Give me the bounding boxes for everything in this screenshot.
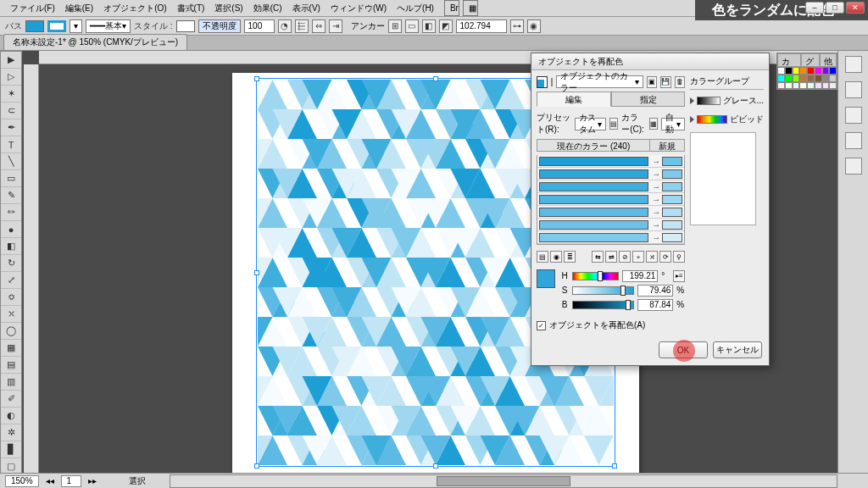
sat-slider[interactable] bbox=[572, 286, 634, 295]
swatch-cell[interactable] bbox=[793, 67, 800, 75]
bars-view-icon[interactable]: ≣ bbox=[564, 251, 576, 263]
swatch-cell[interactable] bbox=[829, 67, 837, 75]
swatch-cell[interactable] bbox=[815, 82, 822, 90]
arrow-icon[interactable]: → bbox=[650, 169, 662, 179]
direct-selection-tool-icon[interactable]: ▷ bbox=[1, 69, 21, 86]
swatch-cell[interactable] bbox=[777, 82, 785, 90]
tab-edit[interactable]: 編集 bbox=[537, 92, 611, 107]
arrow-icon[interactable]: → bbox=[650, 182, 662, 191]
lasso-tool-icon[interactable]: ⊂ bbox=[1, 103, 21, 119]
swatch-cell[interactable] bbox=[799, 75, 807, 82]
warp-icon[interactable]: ◉ bbox=[527, 19, 541, 33]
bridge-icon[interactable]: Br bbox=[444, 0, 459, 16]
preset-menu-icon[interactable]: ▤ bbox=[609, 118, 618, 130]
menu-help[interactable]: ヘルプ(H) bbox=[392, 0, 439, 17]
zoom-field[interactable]: 150% bbox=[5, 475, 39, 487]
new-color-chip[interactable] bbox=[662, 182, 682, 191]
fill-swatch[interactable] bbox=[25, 20, 44, 32]
stroke-weight-dropdown[interactable]: ▾ bbox=[70, 19, 82, 33]
menu-file[interactable]: ファイル(F) bbox=[5, 0, 60, 17]
hue-slider[interactable] bbox=[572, 272, 619, 280]
gradient-panel-icon[interactable] bbox=[845, 132, 862, 149]
document-tab[interactable]: 名称未設定-1* @ 150% (CMYK/プレビュー) bbox=[3, 34, 187, 50]
tab-assign[interactable]: 指定 bbox=[611, 92, 686, 107]
swatch-cell[interactable] bbox=[785, 75, 793, 82]
arrow-icon[interactable]: → bbox=[650, 233, 662, 242]
current-color-bar[interactable] bbox=[539, 220, 648, 230]
link-icon[interactable]: ⊶ bbox=[510, 19, 524, 33]
swatch-cell[interactable] bbox=[807, 82, 815, 90]
new-group-icon[interactable]: ▣ bbox=[647, 76, 658, 88]
random-sat-icon[interactable]: ⟳ bbox=[659, 251, 671, 263]
width-tool-icon[interactable]: ≎ bbox=[1, 289, 21, 306]
maximize-button[interactable]: □ bbox=[826, 2, 844, 14]
new-color-chip[interactable] bbox=[662, 208, 682, 217]
stroke-panel-icon[interactable] bbox=[845, 107, 862, 124]
menu-effect[interactable]: 効果(C) bbox=[248, 0, 287, 17]
colors-dropdown[interactable]: 自動 ▾ bbox=[661, 118, 685, 130]
align-center-h-icon[interactable]: ⇔ bbox=[312, 19, 326, 33]
arrange-icon[interactable]: ▦ bbox=[463, 0, 478, 16]
new-row-icon[interactable]: ＋ bbox=[632, 251, 644, 263]
hsb-menu-icon[interactable]: ▸≡ bbox=[673, 270, 685, 282]
line-tool-icon[interactable]: ╲ bbox=[1, 153, 21, 170]
swatch-cell[interactable] bbox=[829, 75, 837, 82]
paintbrush-tool-icon[interactable]: ✎ bbox=[1, 187, 21, 204]
symbol-sprayer-tool-icon[interactable]: ✲ bbox=[1, 424, 21, 441]
swatch-cell[interactable] bbox=[785, 67, 793, 75]
exclude-icon[interactable]: ⊘ bbox=[619, 251, 631, 263]
find-color-icon[interactable]: ⚲ bbox=[673, 251, 685, 263]
ok-button[interactable]: OK bbox=[659, 341, 708, 358]
magic-wand-tool-icon[interactable]: ✶ bbox=[1, 86, 21, 103]
preset-dropdown[interactable]: カスタム ▾ bbox=[575, 118, 606, 130]
perspective-tool-icon[interactable]: ▦ bbox=[1, 340, 21, 357]
isolate-icon[interactable]: ◧ bbox=[422, 19, 436, 33]
swatch-cell[interactable] bbox=[807, 67, 815, 75]
arrow-icon[interactable]: → bbox=[650, 157, 662, 166]
color-row[interactable]: → bbox=[537, 219, 684, 231]
gradient-tool-icon[interactable]: ▥ bbox=[1, 374, 21, 391]
scrollbar-thumb[interactable] bbox=[437, 476, 570, 486]
swatch-cell[interactable] bbox=[815, 67, 822, 75]
color-row[interactable]: → bbox=[537, 168, 684, 180]
menu-object[interactable]: オブジェクト(O) bbox=[98, 0, 171, 17]
arrow-icon[interactable]: → bbox=[650, 195, 662, 204]
new-color-chip[interactable] bbox=[662, 195, 682, 204]
swatch-cell[interactable] bbox=[777, 75, 785, 82]
color-list[interactable]: →→→→→→→ bbox=[537, 155, 685, 245]
new-color-chip[interactable] bbox=[662, 233, 682, 242]
stroke-profile-dropdown[interactable]: ━━━ 基本 ▾ bbox=[86, 19, 131, 33]
menu-view[interactable]: 表示(V) bbox=[287, 0, 326, 17]
color-group-item[interactable]: グレース... bbox=[690, 93, 764, 108]
cancel-button[interactable]: キャンセル bbox=[713, 341, 762, 358]
color-panel-icon[interactable] bbox=[845, 56, 862, 73]
swatch-cell[interactable] bbox=[799, 67, 807, 75]
ruler-vertical[interactable] bbox=[24, 64, 39, 473]
swatch-cell[interactable] bbox=[793, 82, 800, 90]
align-right-icon[interactable]: ⇥ bbox=[329, 19, 342, 33]
swatch-cell[interactable] bbox=[799, 82, 807, 90]
new-color-chip[interactable] bbox=[662, 157, 682, 166]
stroke-swatch[interactable] bbox=[47, 20, 66, 32]
color-count-icon[interactable]: ▦ bbox=[649, 118, 658, 130]
ref-point-icon[interactable]: ⊞ bbox=[388, 19, 402, 33]
scrollbar-horizontal[interactable] bbox=[170, 474, 837, 488]
swatch-cell[interactable] bbox=[822, 75, 830, 82]
minimize-button[interactable]: – bbox=[805, 2, 824, 14]
align-left-icon[interactable]: ⬱ bbox=[295, 19, 309, 33]
expand-icon[interactable] bbox=[690, 116, 694, 123]
graph-tool-icon[interactable]: ▊ bbox=[1, 441, 21, 458]
artboard-nav[interactable]: 1 bbox=[61, 475, 81, 487]
opacity-dropdown[interactable]: 不透明度 bbox=[198, 19, 241, 33]
trash-icon[interactable]: 🗑 bbox=[675, 76, 686, 88]
menu-select[interactable]: 選択(S) bbox=[209, 0, 248, 17]
swatch-cell[interactable] bbox=[829, 82, 837, 90]
swatch-grid[interactable] bbox=[777, 67, 837, 89]
get-colors-dropdown[interactable]: オブジェクトのカラー ▾ bbox=[556, 75, 643, 88]
free-transform-tool-icon[interactable]: ⤬ bbox=[1, 306, 21, 323]
selection-tool-icon[interactable]: ▶ bbox=[1, 52, 21, 69]
arrow-icon[interactable]: → bbox=[650, 208, 662, 217]
swatch-cell[interactable] bbox=[785, 82, 793, 90]
scale-tool-icon[interactable]: ⤢ bbox=[1, 272, 21, 289]
rectangle-tool-icon[interactable]: ▭ bbox=[1, 170, 21, 187]
